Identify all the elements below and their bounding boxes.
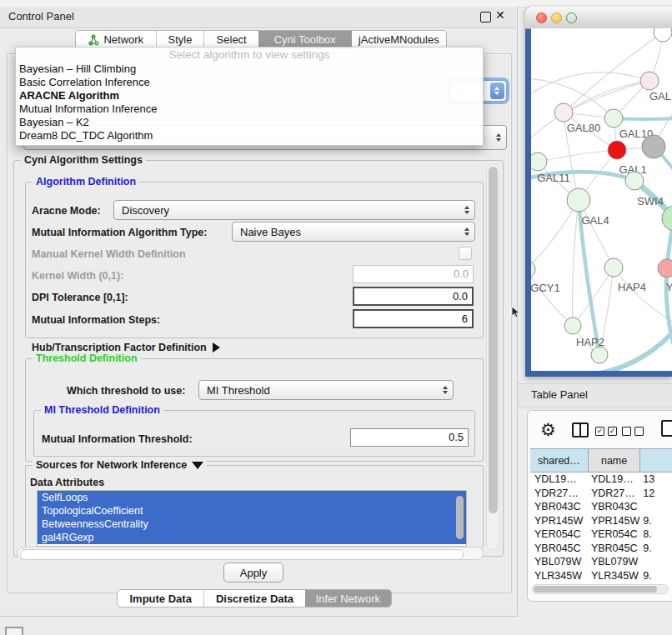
network-node[interactable] [604, 258, 623, 277]
dpi-tolerance-label: DPI Tolerance [0,1]: [32, 292, 128, 303]
network-window-titlebar[interactable] [525, 7, 672, 29]
network-node[interactable] [567, 188, 590, 212]
table-row[interactable]: YBR043C YBR043C [530, 500, 672, 514]
new-table-icon[interactable] [661, 420, 672, 437]
aracne-mode-combobox[interactable]: Discovery [113, 200, 475, 220]
network-node[interactable] [564, 318, 581, 334]
checked-columns-icon[interactable]: ✓ ✓ [595, 427, 617, 436]
which-threshold-value: MI Threshold [207, 384, 270, 397]
algorithm-option[interactable]: Basic Correlation Inference [16, 76, 483, 89]
settings-horizontal-scrollbar-thumb[interactable] [20, 549, 464, 560]
network-node[interactable] [642, 135, 665, 158]
dpi-tolerance-field[interactable]: 0.0 [353, 287, 474, 306]
network-node[interactable] [531, 152, 547, 171]
network-node[interactable] [658, 259, 672, 278]
mi-algorithm-type-label: Mutual Information Algorithm Type: [32, 227, 207, 238]
list-scrollbar-thumb[interactable] [456, 496, 464, 539]
mouse-cursor [511, 306, 521, 319]
manual-kernel-width-checkbox[interactable] [459, 247, 472, 260]
algorithm-option[interactable]: Dream8 DC_TDC Algorithm [16, 129, 483, 142]
table-row[interactable]: YER054C YER054C 8. [530, 528, 672, 542]
tab-style[interactable]: Style [156, 31, 204, 48]
column-header-name[interactable]: name [589, 449, 640, 472]
unchecked-columns-icon[interactable] [622, 427, 644, 436]
node-label: GAL4 [581, 214, 609, 227]
algorithm-option-aracne[interactable]: ARACNE Algorithm [16, 89, 483, 102]
algorithm-option[interactable]: Bayesian – Hill Climbing [16, 62, 483, 76]
mi-algorithm-type-combobox[interactable]: Naive Bayes [232, 222, 475, 242]
zoom-traffic-light[interactable] [566, 12, 577, 23]
cell-name: YBR045C [589, 542, 640, 556]
network-node[interactable] [604, 109, 623, 128]
cell-name: YDR27… [589, 487, 640, 501]
float-panel-icon[interactable] [480, 12, 491, 22]
data-attributes-list[interactable]: SelfLoops TopologicalCoefficient Between… [37, 490, 467, 547]
gear-icon[interactable]: ⚙ [540, 420, 556, 440]
minimized-panel-icon[interactable] [5, 627, 23, 635]
tab-network[interactable]: Network [76, 31, 156, 48]
hub-transcription-factor-section[interactable]: Hub/Transcription Factor Definition [32, 342, 220, 353]
tab-infer-network[interactable]: Infer Network [305, 590, 391, 607]
table-rows: YDL19… YDL19… 13 YDR27… YDR27… 12 YBR043… [530, 472, 672, 585]
attribute-item[interactable]: TopologicalCoefficient [38, 504, 466, 518]
attribute-item[interactable]: BetweennessCentrality [38, 518, 466, 531]
checkbox-unchecked-icon [622, 427, 631, 436]
network-node[interactable] [608, 141, 626, 159]
tab-discretize-data[interactable]: Discretize Data [203, 590, 304, 607]
cell-name: YER054C [589, 528, 640, 542]
tab-jactivemnodules[interactable]: jActiveMNodules [352, 31, 446, 48]
network-node[interactable] [591, 347, 608, 363]
combo-stepper-icon [464, 222, 469, 241]
network-node[interactable] [554, 103, 573, 122]
table-row[interactable]: YBR045C YBR045C 9. [530, 542, 672, 556]
kernel-width-field[interactable]: 0.0 [353, 265, 474, 283]
manual-kernel-width-label: Manual Kernel Width Definition [32, 248, 186, 260]
network-edge [564, 81, 649, 112]
network-icon [88, 34, 99, 46]
tab-cyni-toolbox[interactable]: Cyni Toolbox [258, 31, 352, 48]
network-node[interactable] [640, 72, 659, 90]
table-row[interactable]: YLR345W YLR345W 9. [530, 569, 672, 583]
close-traffic-light[interactable] [536, 12, 547, 23]
apply-button[interactable]: Apply [223, 562, 283, 582]
network-node[interactable] [625, 172, 644, 190]
attribute-item[interactable]: gal4RGexp [38, 531, 466, 544]
attribute-item[interactable]: SelfLoops [38, 491, 466, 504]
settings-vertical-scrollbar-thumb[interactable] [489, 167, 498, 513]
cell-shared-name: YDL19… [530, 472, 589, 487]
cell-shared-name: YLR345W [530, 569, 589, 583]
tab-select[interactable]: Select [203, 31, 258, 48]
minimize-traffic-light[interactable] [551, 12, 562, 23]
tab-impute-data[interactable]: Impute Data [118, 590, 203, 607]
cell-shared-name: YBR043C [530, 500, 589, 514]
bottom-tabbar: Impute Data Discretize Data Infer Networ… [117, 589, 392, 608]
screen: Control Panel ✕ Network Style Select Cyn… [0, 0, 672, 635]
close-icon[interactable]: ✕ [495, 8, 505, 22]
network-canvas[interactable]: GALGAL80GAL10GAL1GAL11SWI4GAL4GCY1HAP4YH… [531, 28, 672, 371]
data-attributes-label: Data Attributes [30, 477, 104, 488]
which-threshold-combobox[interactable]: MI Threshold [198, 380, 454, 400]
split-columns-icon[interactable] [572, 422, 589, 438]
column-header-shared-name[interactable]: shared… [530, 449, 589, 472]
threshold-definition-title: Threshold Definition [33, 352, 141, 364]
cell-name: YPR145W [589, 514, 640, 528]
network-edge [573, 200, 579, 326]
control-panel-titlebar [0, 8, 516, 28]
cell-shared-name: YBR045C [530, 542, 589, 556]
table-row[interactable]: YBL079W YBL079W [530, 555, 672, 569]
algorithm-option[interactable]: Bayesian – K2 [16, 116, 483, 129]
mi-threshold-field[interactable]: 0.5 [350, 428, 469, 447]
table-row[interactable]: YDL19… YDL19… 13 [530, 472, 672, 487]
mi-steps-field[interactable]: 6 [353, 309, 474, 328]
table-row[interactable]: YDR27… YDR27… 12 [530, 487, 672, 501]
network-node[interactable] [531, 260, 535, 278]
table-horizontal-scrollbar-thumb[interactable] [534, 586, 657, 592]
table-row[interactable]: YPR145W YPR145W 9. [530, 514, 672, 528]
node-label: GCY1 [531, 282, 560, 294]
combo-stepper-icon [496, 126, 501, 149]
hub-transcription-factor-label: Hub/Transcription Factor Definition [32, 342, 207, 353]
algorithm-option[interactable]: Mutual Information Inference [16, 102, 483, 116]
combo-stepper-blue [490, 82, 504, 99]
column-header-cut[interactable] [640, 449, 672, 472]
network-node[interactable] [654, 28, 672, 42]
